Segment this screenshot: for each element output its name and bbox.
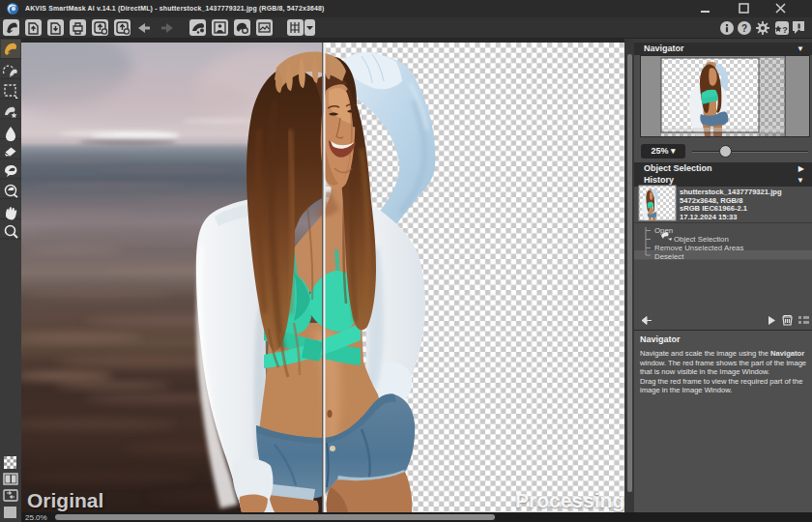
svg-text:?: ? bbox=[782, 25, 788, 35]
svg-text:?: ? bbox=[741, 23, 747, 34]
